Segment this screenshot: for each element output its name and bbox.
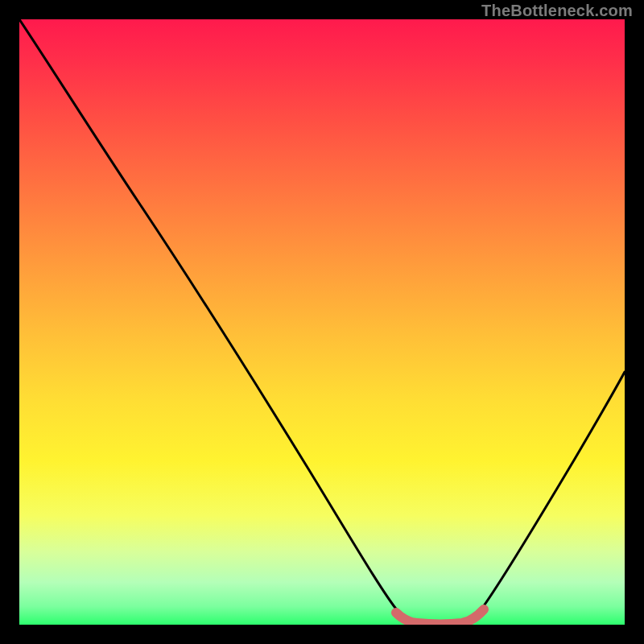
chart-frame: TheBottleneck.com: [0, 0, 644, 644]
plot-area: [19, 19, 625, 625]
curve-layer: [19, 19, 625, 625]
sweet-spot-marker: [396, 609, 484, 625]
bottleneck-curve: [19, 19, 625, 624]
watermark-text: TheBottleneck.com: [481, 2, 633, 20]
